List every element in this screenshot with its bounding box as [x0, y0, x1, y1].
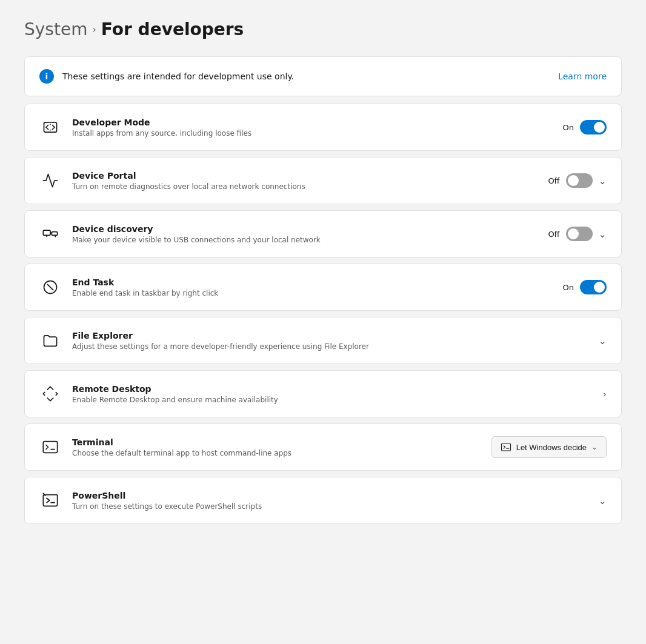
developer-mode-toggle[interactable] — [580, 120, 607, 134]
settings-card-remote-desktop[interactable]: Remote DesktopEnable Remote Desktop and … — [24, 370, 622, 417]
developer-mode-icon — [39, 116, 61, 138]
svg-rect-2 — [52, 232, 57, 236]
end-task-icon — [39, 276, 61, 298]
breadcrumb-separator: › — [92, 24, 96, 35]
powershell-controls: ⌄ — [599, 495, 607, 506]
device-portal-status: Off — [548, 176, 559, 185]
terminal-controls: Let Windows decide⌄ — [491, 436, 607, 458]
device-discovery-description: Make your device visible to USB connecti… — [72, 236, 321, 244]
settings-card-left-device-portal: Device PortalTurn on remote diagnostics … — [39, 170, 305, 191]
powershell-icon — [39, 490, 61, 511]
info-banner-text: These settings are intended for developm… — [62, 71, 294, 81]
settings-card-terminal[interactable]: TerminalChoose the default terminal app … — [24, 423, 622, 471]
settings-card-device-discovery[interactable]: Device discoveryMake your device visible… — [24, 210, 622, 257]
developer-mode-toggle-thumb — [594, 122, 605, 133]
developer-mode-title: Developer Mode — [72, 118, 251, 127]
settings-card-powershell[interactable]: PowerShellTurn on these settings to exec… — [24, 477, 622, 524]
end-task-title: End Task — [72, 277, 218, 287]
settings-card-device-portal[interactable]: Device PortalTurn on remote diagnostics … — [24, 157, 622, 204]
info-banner-left: i These settings are intended for develo… — [39, 69, 294, 84]
device-discovery-chevron-icon[interactable]: ⌄ — [599, 228, 607, 240]
developer-mode-controls: On — [563, 120, 607, 134]
remote-desktop-icon — [39, 383, 61, 405]
device-discovery-icon — [39, 223, 61, 245]
remote-desktop-arrow-icon[interactable]: › — [603, 388, 607, 400]
terminal-icon — [39, 436, 61, 458]
terminal-dropdown-button[interactable]: Let Windows decide⌄ — [491, 436, 607, 458]
developer-mode-description: Install apps from any source, including … — [72, 129, 251, 138]
svg-line-4 — [47, 284, 53, 290]
file-explorer-text-block: File ExplorerAdjust these settings for a… — [72, 331, 369, 351]
end-task-description: Enable end task in taskbar by right clic… — [72, 289, 218, 297]
breadcrumb-system-link[interactable]: System — [24, 19, 87, 39]
device-portal-toggle-thumb — [568, 175, 579, 186]
terminal-description: Choose the default terminal app to host … — [72, 449, 291, 457]
info-banner: i These settings are intended for develo… — [24, 56, 622, 96]
settings-card-left-remote-desktop: Remote DesktopEnable Remote Desktop and … — [39, 383, 278, 405]
device-portal-description: Turn on remote diagnostics over local ar… — [72, 182, 305, 191]
file-explorer-title: File Explorer — [72, 331, 369, 340]
settings-card-left-developer-mode: Developer ModeInstall apps from any sour… — [39, 116, 251, 138]
settings-card-left-file-explorer: File ExplorerAdjust these settings for a… — [39, 330, 369, 351]
developer-mode-text-block: Developer ModeInstall apps from any sour… — [72, 118, 251, 138]
powershell-chevron-icon[interactable]: ⌄ — [599, 495, 607, 506]
remote-desktop-description: Enable Remote Desktop and ensure machine… — [72, 396, 278, 404]
svg-rect-6 — [501, 443, 510, 451]
device-portal-icon — [39, 170, 61, 191]
svg-rect-5 — [43, 442, 57, 453]
page-title: For developers — [101, 19, 244, 39]
terminal-text-block: TerminalChoose the default terminal app … — [72, 437, 291, 457]
file-explorer-chevron-icon[interactable]: ⌄ — [599, 335, 607, 347]
device-discovery-controls: Off⌄ — [548, 227, 607, 241]
powershell-description: Turn on these settings to execute PowerS… — [72, 502, 262, 511]
end-task-status: On — [563, 283, 574, 292]
device-portal-chevron-icon[interactable]: ⌄ — [599, 175, 607, 187]
end-task-text-block: End TaskEnable end task in taskbar by ri… — [72, 277, 218, 297]
settings-card-end-task[interactable]: End TaskEnable end task in taskbar by ri… — [24, 264, 622, 311]
device-discovery-toggle-thumb — [568, 228, 579, 239]
settings-card-left-device-discovery: Device discoveryMake your device visible… — [39, 223, 321, 245]
device-discovery-text-block: Device discoveryMake your device visible… — [72, 224, 321, 244]
settings-list: Developer ModeInstall apps from any sour… — [24, 104, 622, 524]
developer-mode-status: On — [563, 123, 574, 132]
svg-rect-1 — [43, 230, 50, 235]
info-icon: i — [39, 69, 54, 84]
end-task-controls: On — [563, 280, 607, 294]
device-discovery-status: Off — [548, 230, 559, 239]
terminal-dropdown-chevron-icon: ⌄ — [591, 443, 598, 451]
settings-card-file-explorer[interactable]: File ExplorerAdjust these settings for a… — [24, 317, 622, 364]
terminal-title: Terminal — [72, 437, 291, 447]
settings-card-developer-mode[interactable]: Developer ModeInstall apps from any sour… — [24, 104, 622, 151]
powershell-text-block: PowerShellTurn on these settings to exec… — [72, 491, 262, 511]
powershell-title: PowerShell — [72, 491, 262, 500]
device-portal-title: Device Portal — [72, 171, 305, 181]
settings-card-left-terminal: TerminalChoose the default terminal app … — [39, 436, 291, 458]
device-portal-text-block: Device PortalTurn on remote diagnostics … — [72, 171, 305, 191]
learn-more-link[interactable]: Learn more — [558, 71, 607, 81]
file-explorer-icon — [39, 330, 61, 351]
device-portal-controls: Off⌄ — [548, 173, 607, 188]
settings-card-left-end-task: End TaskEnable end task in taskbar by ri… — [39, 276, 218, 298]
file-explorer-description: Adjust these settings for a more develop… — [72, 342, 369, 351]
end-task-toggle[interactable] — [580, 280, 607, 294]
device-discovery-toggle[interactable] — [566, 227, 593, 241]
svg-rect-7 — [43, 495, 57, 506]
file-explorer-controls: ⌄ — [599, 335, 607, 347]
device-discovery-title: Device discovery — [72, 224, 321, 234]
terminal-dropdown-value: Let Windows decide — [516, 443, 587, 452]
device-portal-toggle[interactable] — [566, 173, 593, 188]
remote-desktop-text-block: Remote DesktopEnable Remote Desktop and … — [72, 384, 278, 404]
remote-desktop-controls: › — [603, 388, 607, 400]
settings-card-left-powershell: PowerShellTurn on these settings to exec… — [39, 490, 262, 511]
end-task-toggle-thumb — [594, 282, 605, 293]
breadcrumb: System › For developers — [24, 19, 622, 39]
remote-desktop-title: Remote Desktop — [72, 384, 278, 394]
